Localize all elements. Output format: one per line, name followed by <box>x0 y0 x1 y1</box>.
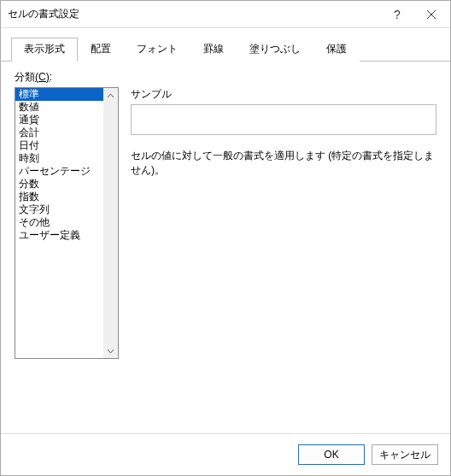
close-button[interactable] <box>414 3 448 26</box>
category-item[interactable]: 文字列 <box>15 203 103 216</box>
dialog-button-bar: OK キャンセル <box>1 433 450 475</box>
format-cells-dialog: セルの書式設定 ? 表示形式配置フォント罫線塗りつぶし保護 分類(C): 標準数… <box>0 0 451 476</box>
scroll-track[interactable] <box>103 103 118 344</box>
category-item[interactable]: ユーザー定義 <box>15 229 103 242</box>
scroll-down-button[interactable] <box>103 344 118 358</box>
category-item[interactable]: 時刻 <box>15 152 103 165</box>
chevron-down-icon <box>108 350 114 353</box>
chevron-up-icon <box>108 94 114 97</box>
help-button[interactable]: ? <box>380 3 414 26</box>
category-item[interactable]: 数値 <box>15 101 103 114</box>
category-item[interactable]: 通貨 <box>15 114 103 126</box>
listbox-scrollbar[interactable] <box>103 88 118 358</box>
category-list-inner: 標準数値通貨会計日付時刻パーセンテージ分数指数文字列その他ユーザー定義 <box>15 88 103 358</box>
close-icon <box>427 10 436 19</box>
tab-4[interactable]: 塗りつぶし <box>237 38 313 62</box>
sample-label: サンプル <box>131 87 436 102</box>
format-description: セルの値に対して一般の書式を適用します (特定の書式を指定しません)。 <box>131 149 436 178</box>
category-item[interactable]: 指数 <box>15 191 103 203</box>
tab-3[interactable]: 罫線 <box>190 38 237 62</box>
tab-strip: 表示形式配置フォント罫線塗りつぶし保護 <box>1 28 450 62</box>
sample-box <box>131 104 436 135</box>
tab-2[interactable]: フォント <box>124 38 190 62</box>
category-item[interactable]: 日付 <box>15 139 103 152</box>
tab-content-number: 分類(C): 標準数値通貨会計日付時刻パーセンテージ分数指数文字列その他ユーザー… <box>1 62 450 433</box>
titlebar: セルの書式設定 ? <box>1 1 450 28</box>
category-item[interactable]: 標準 <box>15 88 103 101</box>
window-title: セルの書式設定 <box>8 7 380 21</box>
category-label: 分類(C): <box>15 70 436 85</box>
category-item[interactable]: その他 <box>15 216 103 229</box>
right-pane: サンプル セルの値に対して一般の書式を適用します (特定の書式を指定しません)。 <box>131 87 436 359</box>
ok-button[interactable]: OK <box>298 444 365 465</box>
category-item[interactable]: 会計 <box>15 126 103 139</box>
cancel-button[interactable]: キャンセル <box>372 444 438 465</box>
tab-5[interactable]: 保護 <box>313 38 360 62</box>
scroll-up-button[interactable] <box>103 88 118 103</box>
category-listbox[interactable]: 標準数値通貨会計日付時刻パーセンテージ分数指数文字列その他ユーザー定義 <box>15 87 119 359</box>
tab-1[interactable]: 配置 <box>78 38 124 62</box>
tab-0[interactable]: 表示形式 <box>11 38 78 62</box>
category-item[interactable]: パーセンテージ <box>15 165 103 178</box>
category-item[interactable]: 分数 <box>15 178 103 191</box>
